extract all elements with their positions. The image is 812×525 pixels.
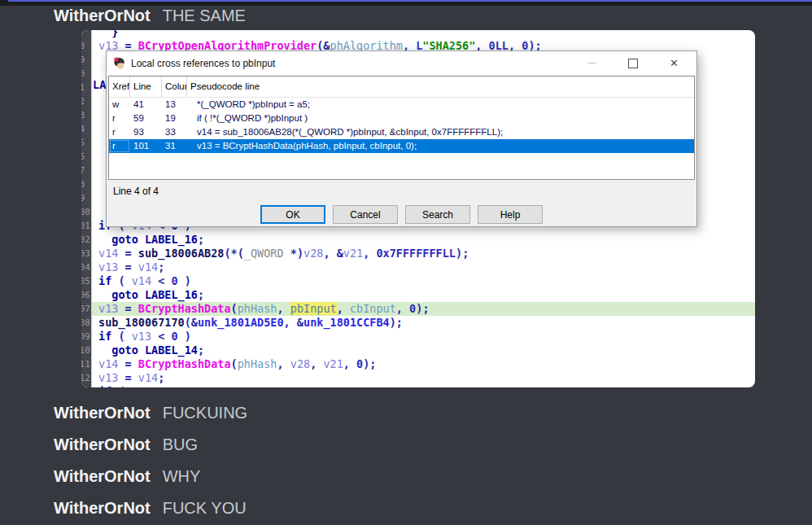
code-token: cbInput (350, 302, 396, 315)
code-token: BCryptHashData (138, 357, 231, 370)
code-token: v14 (138, 260, 158, 273)
xref-cell: *(_QWORD *)pbInput = a5; (187, 98, 694, 112)
code-token: *) (284, 247, 303, 260)
code-token: , (343, 357, 356, 370)
code-token: sub_180067170 (98, 316, 185, 329)
column-header[interactable]: Colun (162, 77, 187, 97)
column-header[interactable]: Line (130, 77, 162, 97)
minimize-icon[interactable] (587, 63, 596, 63)
code-token: ( (111, 274, 131, 287)
line-number-gutter: 8788899091929394959697989910010110210310… (81, 30, 92, 387)
cancel-button[interactable]: Cancel (333, 205, 398, 224)
xref-cell: 33 (162, 125, 187, 139)
xref-cell: 101 (130, 139, 162, 153)
message-author[interactable]: WitherOrNot (54, 7, 151, 24)
code-token: < (151, 274, 171, 287)
code-token: = (118, 371, 138, 384)
code-token: v28 (303, 247, 323, 260)
code-token: if (98, 385, 111, 387)
code-token: = (118, 302, 138, 315)
code-token: ); (363, 357, 376, 370)
xref-cell: 41 (130, 98, 162, 112)
column-header[interactable]: Xref (109, 77, 130, 97)
code-token: _QWORD (244, 247, 284, 260)
code-token: ( (111, 385, 131, 387)
line-number: 110 (81, 343, 91, 357)
highlighted-identifier: pbInput (290, 302, 337, 315)
code-token: ); (416, 302, 429, 315)
xref-cell: r (109, 139, 130, 153)
code-line: goto LABEL_14; (92, 343, 755, 357)
dialog-button-row: OKCancelSearchHelp (107, 205, 696, 224)
image-attachment-ida-screenshot[interactable]: 8788899091929394959697989910010110210310… (81, 30, 755, 387)
xref-cell: w (109, 98, 130, 112)
xref-row[interactable]: r10131v13 = BCryptHashData(phHash, pbInp… (109, 139, 694, 153)
message-text: FUCKUING (163, 404, 247, 422)
code-token: , (363, 247, 376, 260)
maximize-icon[interactable] (628, 59, 638, 68)
code-token: ; (198, 233, 204, 246)
code-token: sub_18006AB28 (138, 247, 225, 260)
code-token: v14 (132, 274, 151, 287)
code-token: ); (390, 316, 403, 329)
xref-row[interactable]: r5919if ( !*(_QWORD *)pbInput ) (109, 112, 694, 125)
code-token: , (277, 302, 290, 315)
code-line: goto LABEL_16; (92, 233, 755, 247)
code-token: goto LABEL_16 (98, 288, 198, 301)
code-token: , & (323, 247, 343, 260)
code-token: goto LABEL_16 (98, 233, 198, 246)
xref-cell: v14 = sub_18006AB28(*(_QWORD *)pbInput, … (187, 125, 694, 139)
line-number: 111 (81, 357, 91, 371)
code-token: , & (284, 316, 303, 329)
code-token: v14 (98, 247, 118, 260)
code-line: v14 = sub_18006AB28(*(_QWORD *)v28, &v21… (92, 247, 755, 260)
xref-cell: if ( !*(_QWORD *)pbInput ) (187, 112, 694, 125)
line-number: 96 (81, 150, 91, 164)
code-token: = (118, 357, 138, 370)
search-button[interactable]: Search (405, 205, 470, 224)
line-number: 92 (81, 94, 91, 108)
code-line: v13 = v14; (92, 371, 755, 385)
line-number: 97 (81, 164, 91, 177)
code-token: < (151, 385, 171, 387)
xref-row[interactable]: w4113*(_QWORD *)pbInput = a5; (109, 98, 694, 112)
code-label-fragment: LA (93, 78, 106, 91)
code-token: unk_1801AD5E0 (198, 316, 284, 329)
line-number: 89 (81, 53, 91, 67)
chat-message: WitherOrNotTHE SAME (54, 4, 246, 27)
code-token: v14 (98, 357, 118, 370)
line-number: 109 (81, 330, 91, 343)
line-number: 94 (81, 122, 91, 136)
code-token: 0x7FFFFFFFLL (376, 247, 456, 260)
code-token: , (337, 302, 350, 315)
code-line: sub_180067170(&unk_1801AD5E0, &unk_1801C… (92, 316, 755, 330)
code-line: v14 = BCryptHashData(phHash, v28, v21, 0… (92, 357, 755, 371)
xref-cell: r (109, 112, 130, 125)
code-token: ( (231, 357, 238, 370)
line-number: 112 (81, 371, 91, 385)
line-number: 104 (81, 260, 91, 274)
code-token: = (118, 260, 138, 273)
message-author[interactable]: WitherOrNot (54, 499, 151, 517)
message-author[interactable]: WitherOrNot (54, 404, 151, 422)
code-token: unk_1801CCFB4 (303, 316, 390, 329)
help-button[interactable]: Help (478, 205, 543, 224)
xref-cell: 31 (162, 139, 187, 153)
line-number: 102 (81, 233, 91, 247)
status-line: Line 4 of 4 (113, 186, 159, 197)
message-text: BUG (163, 435, 198, 453)
line-number: 93 (81, 108, 91, 122)
code-token: 0 (356, 357, 363, 370)
code-line: v13 = v14; (92, 260, 755, 274)
message-author[interactable]: WitherOrNot (54, 435, 151, 453)
xref-row[interactable]: r9333v14 = sub_18006AB28(*(_QWORD *)pbIn… (109, 125, 694, 139)
code-token: if (98, 330, 111, 343)
column-header[interactable]: Pseudocode line (187, 77, 694, 97)
message-author[interactable]: WitherOrNot (54, 467, 151, 485)
dialog-title-bar[interactable]: Local cross references to pbInput ✕ (107, 51, 696, 75)
ok-button[interactable]: OK (260, 205, 325, 224)
code-token: v14 (138, 371, 158, 384)
close-icon[interactable]: ✕ (670, 58, 679, 68)
code-token: v13 (98, 260, 118, 273)
line-number: 98 (81, 177, 91, 191)
